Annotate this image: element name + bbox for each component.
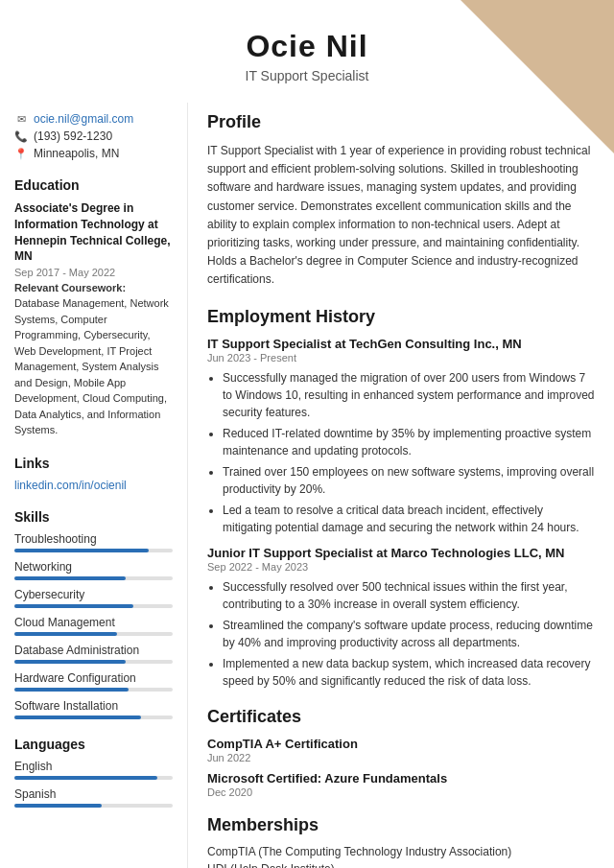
job-date: Jun 2023 - Present: [207, 352, 595, 364]
job-title: Junior IT Support Specialist at Marco Te…: [207, 546, 595, 560]
cert-name: Microsoft Certified: Azure Fundamentals: [207, 771, 595, 786]
linkedin-link[interactable]: linkedin.com/in/ocienil: [14, 479, 127, 492]
skills-title: Skills: [14, 509, 173, 525]
skill-bar-bg: [14, 688, 173, 692]
location-item: 📍 Minneapolis, MN: [14, 147, 173, 160]
phone-icon: 📞: [14, 130, 28, 143]
skill-bar-fill: [14, 688, 129, 692]
language-label: English: [14, 760, 173, 773]
cert-item: Microsoft Certified: Azure Fundamentals …: [207, 771, 595, 798]
skill-bar-bg: [14, 716, 173, 719]
certificates-section-title: Certificates: [207, 707, 595, 729]
location-value: Minneapolis, MN: [34, 147, 119, 160]
skill-bar-fill: [14, 632, 117, 636]
cert-name: CompTIA A+ Certification: [207, 737, 595, 751]
skill-bar-fill: [14, 549, 149, 552]
memberships-section: Memberships CompTIA (The Computing Techn…: [207, 815, 595, 869]
main-content: Profile IT Support Specialist with 1 yea…: [187, 103, 614, 868]
coursework-label: Relevant Coursework:: [14, 282, 173, 293]
body-layout: ✉ ocie.nil@gmail.com 📞 (193) 592-1230 📍 …: [0, 103, 614, 868]
skill-bar-fill: [14, 660, 126, 664]
certificates-section: Certificates CompTIA A+ Certification Ju…: [207, 707, 595, 798]
skill-bar-bg: [14, 549, 173, 552]
job-item: Junior IT Support Specialist at Marco Te…: [207, 546, 595, 690]
skill-item: Cloud Management: [14, 616, 173, 636]
email-icon: ✉: [14, 113, 28, 126]
coursework-text: Database Management, Network Systems, Co…: [14, 295, 173, 438]
employment-section-title: Employment History: [207, 307, 595, 329]
skill-label: Hardware Configuration: [14, 671, 173, 685]
skill-label: Networking: [14, 560, 173, 574]
skill-item: Networking: [14, 560, 173, 580]
job-date: Sep 2022 - May 2023: [207, 561, 595, 573]
skill-label: Database Administration: [14, 644, 173, 657]
skill-bar-fill: [14, 576, 126, 580]
profile-section: Profile IT Support Specialist with 1 yea…: [207, 112, 595, 290]
skill-item: Cybersecurity: [14, 588, 173, 608]
memberships-list: CompTIA (The Computing Technology Indust…: [207, 845, 595, 869]
phone-value: (193) 592-1230: [34, 129, 112, 143]
cert-date: Dec 2020: [207, 786, 595, 798]
job-bullet: Trained over 150 employees on new softwa…: [223, 463, 595, 498]
candidate-name: Ocie Nil: [19, 29, 595, 64]
skill-item: Troubleshooting: [14, 532, 173, 552]
skill-bar-bg: [14, 660, 173, 664]
cert-item: CompTIA A+ Certification Jun 2022: [207, 737, 595, 763]
skill-label: Cybersecurity: [14, 588, 173, 601]
language-item: Spanish: [14, 787, 173, 808]
education-title: Education: [14, 177, 173, 193]
email-item: ✉ ocie.nil@gmail.com: [14, 112, 173, 126]
job-bullet: Implemented a new data backup system, wh…: [223, 655, 595, 690]
jobs-list: IT Support Specialist at TechGen Consult…: [207, 337, 595, 690]
skill-label: Software Installation: [14, 699, 173, 713]
language-bar-bg: [14, 804, 173, 808]
header: Ocie Nil IT Support Specialist: [0, 0, 614, 103]
skill-bar-bg: [14, 576, 173, 580]
employment-section: Employment History IT Support Specialist…: [207, 307, 595, 690]
language-label: Spanish: [14, 787, 173, 801]
job-item: IT Support Specialist at TechGen Consult…: [207, 337, 595, 536]
job-bullet: Reduced IT-related downtime by 35% by im…: [223, 425, 595, 459]
profile-text: IT Support Specialist with 1 year of exp…: [207, 142, 595, 290]
skill-label: Troubleshooting: [14, 532, 173, 546]
skill-item: Software Installation: [14, 699, 173, 719]
job-bullets: Successfully managed the migration of ov…: [207, 369, 595, 536]
skill-item: Hardware Configuration: [14, 671, 173, 692]
skills-section: Skills Troubleshooting Networking Cybers…: [14, 509, 173, 719]
job-title: IT Support Specialist at TechGen Consult…: [207, 337, 595, 351]
membership-item: HDI (Help Desk Institute): [207, 862, 595, 869]
education-section: Education Associate's Degree in Informat…: [14, 177, 173, 438]
skill-bar-fill: [14, 716, 141, 719]
education-dates: Sep 2017 - May 2022: [14, 267, 173, 278]
job-bullet: Successfully resolved over 500 technical…: [223, 578, 595, 613]
candidate-title: IT Support Specialist: [19, 68, 595, 83]
languages-list: English Spanish: [14, 760, 173, 808]
certs-list: CompTIA A+ Certification Jun 2022 Micros…: [207, 737, 595, 798]
job-bullet: Streamlined the company's software updat…: [223, 617, 595, 651]
profile-section-title: Profile: [207, 112, 595, 134]
links-title: Links: [14, 456, 173, 471]
skills-list: Troubleshooting Networking Cybersecurity…: [14, 532, 173, 719]
linkedin-item: linkedin.com/in/ocienil: [14, 479, 173, 492]
languages-title: Languages: [14, 737, 173, 752]
language-bar-fill: [14, 804, 102, 808]
sidebar: ✉ ocie.nil@gmail.com 📞 (193) 592-1230 📍 …: [0, 103, 187, 868]
skill-bar-bg: [14, 604, 173, 608]
email-link[interactable]: ocie.nil@gmail.com: [34, 112, 133, 126]
skill-label: Cloud Management: [14, 616, 173, 629]
skill-bar-fill: [14, 604, 133, 608]
phone-item: 📞 (193) 592-1230: [14, 129, 173, 143]
skill-item: Database Administration: [14, 644, 173, 664]
memberships-section-title: Memberships: [207, 815, 595, 837]
membership-item: CompTIA (The Computing Technology Indust…: [207, 845, 595, 858]
cert-date: Jun 2022: [207, 752, 595, 763]
education-degree: Associate's Degree in Information Techno…: [14, 200, 173, 265]
language-bar-bg: [14, 776, 173, 780]
job-bullets: Successfully resolved over 500 technical…: [207, 578, 595, 690]
job-bullet: Led a team to resolve a critical data br…: [223, 502, 595, 536]
contact-section: ✉ ocie.nil@gmail.com 📞 (193) 592-1230 📍 …: [14, 112, 173, 160]
languages-section: Languages English Spanish: [14, 737, 173, 808]
links-section: Links linkedin.com/in/ocienil: [14, 456, 173, 492]
skill-bar-bg: [14, 632, 173, 636]
resume-container: Ocie Nil IT Support Specialist ✉ ocie.ni…: [0, 0, 614, 868]
